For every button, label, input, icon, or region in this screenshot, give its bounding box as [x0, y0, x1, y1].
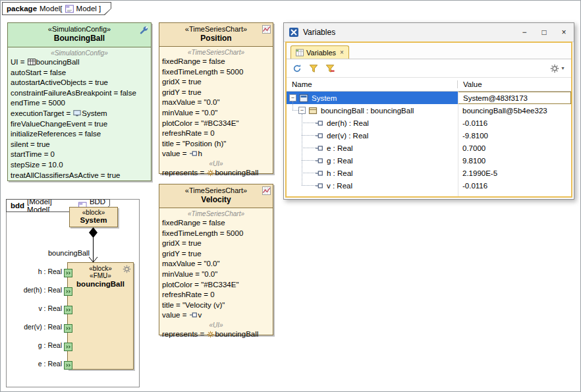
- variable-name: h : Real: [327, 169, 353, 177]
- port-label: der(h) : Real: [12, 286, 62, 294]
- package-name: Model[: [40, 5, 63, 13]
- compartment-stereotype: «TimeSeriesChart»: [162, 210, 270, 218]
- window-titlebar[interactable]: Variables − □ ×: [284, 23, 574, 42]
- table-header-row: Name Value: [287, 78, 571, 92]
- block-name: BouncingBall: [8, 33, 151, 43]
- compartment-stereotype: «SimulationConfig»: [11, 49, 148, 57]
- property-line: minValue = "0.0": [162, 269, 270, 280]
- column-header-name[interactable]: Name: [287, 80, 458, 88]
- minimize-button[interactable]: −: [514, 23, 534, 42]
- property-line: plotColor = "#BC334E": [162, 280, 270, 291]
- property-line: constraintFailureAsBreakpoint = false: [11, 88, 148, 99]
- composition-diamond: [89, 227, 97, 238]
- port-der-h[interactable]: [64, 287, 72, 296]
- value-property-icon: [316, 157, 323, 165]
- refresh-icon[interactable]: [292, 64, 302, 73]
- port-v[interactable]: [64, 306, 72, 314]
- property-line: refreshRate = 0: [162, 290, 270, 300]
- property-line: represents = bouncingBall: [162, 329, 270, 340]
- variable-value-cell[interactable]: -9.8100: [458, 129, 571, 142]
- table-row[interactable]: der(h) : Real -0.0116: [287, 117, 571, 129]
- timeseries-chart-velocity-block[interactable]: «TimeSeriesChart» Velocity «TimeSeriesCh…: [159, 184, 273, 335]
- tree-expander[interactable]: −: [289, 94, 296, 101]
- variable-value-cell[interactable]: 2.1990E-5: [458, 167, 571, 179]
- port-label: der(v) : Real: [12, 323, 62, 331]
- flow-port-icon: [190, 150, 198, 157]
- timeseries-chart-position-block[interactable]: «TimeSeriesChart» Position «TimeSeriesCh…: [159, 22, 273, 174]
- property-line: represents = bouncingBall: [162, 168, 270, 179]
- system-block[interactable]: «block» System: [69, 207, 118, 227]
- diagram-icon: [65, 5, 74, 13]
- variable-value-cell[interactable]: -0.0116: [458, 117, 571, 129]
- tree-line: [302, 148, 316, 148]
- tab-close-icon[interactable]: ×: [340, 49, 344, 56]
- table-row[interactable]: v : Real -0.0116: [287, 179, 571, 192]
- tree-line: [302, 160, 316, 161]
- property-line: gridX = true: [162, 238, 270, 249]
- bouncingball-block[interactable]: «block» «FMU» bouncingBall: [67, 262, 134, 370]
- column-header-value[interactable]: Value: [458, 80, 571, 88]
- variable-value-cell[interactable]: -0.0116: [458, 179, 571, 192]
- tree-line: [302, 173, 316, 173]
- variable-value-cell[interactable]: System@483f3173: [458, 92, 571, 104]
- package-header-tab[interactable]: package Model[ Model ]: [2, 2, 111, 15]
- gear-icon: [550, 64, 559, 73]
- table-row[interactable]: − System System@483f3173: [287, 92, 571, 104]
- property-line: refreshRate = 0: [162, 128, 270, 139]
- simulation-config-header: «SimulationConfig» BouncingBall: [8, 23, 151, 47]
- property-line: title = "Velocity (v)": [162, 300, 270, 311]
- variable-value-cell[interactable]: 9.8100: [458, 154, 571, 167]
- package-keyword: package: [7, 5, 37, 13]
- app-icon: [289, 27, 299, 38]
- table-row[interactable]: g : Real 9.8100: [287, 154, 571, 167]
- property-line: title = "Position (h)": [162, 139, 270, 150]
- maximize-button[interactable]: □: [534, 23, 554, 42]
- port-der-v[interactable]: [64, 324, 72, 333]
- variable-name: der(h) : Real: [327, 119, 369, 127]
- diagram-canvas[interactable]: package Model[ Model ] «SimulationConfig…: [0, 0, 581, 392]
- filter-icon[interactable]: [309, 64, 318, 73]
- property-line: maxValue = "0.0": [162, 259, 270, 269]
- stereotype-label: «SimulationConfig»: [8, 23, 151, 33]
- property-line: endTime = 5000: [11, 98, 148, 109]
- close-button[interactable]: ×: [554, 23, 574, 42]
- property-line: fireValueChangeEvent = true: [11, 119, 148, 130]
- table-row[interactable]: h : Real 2.1990E-5: [287, 167, 571, 179]
- options-menu-button[interactable]: ▼: [550, 64, 565, 73]
- variable-name-cell[interactable]: − bouncingBall : bouncingBall: [287, 104, 458, 117]
- bdd-diagram-frame[interactable]: bdd [Model] Model[ BDD ] «block» System …: [6, 199, 140, 387]
- property-line: silent = true: [11, 140, 148, 150]
- tree-expander[interactable]: −: [298, 107, 306, 114]
- value-property-icon: [316, 144, 323, 152]
- port-e[interactable]: [64, 361, 72, 370]
- tab-label: Variables: [306, 49, 336, 57]
- tab-variables[interactable]: Variables ×: [290, 45, 349, 59]
- variable-value-cell[interactable]: 0.7000: [458, 142, 571, 154]
- port-label: v : Real: [12, 304, 62, 312]
- bdd-keyword: bdd: [11, 202, 24, 210]
- variables-toolbar: ▼: [287, 59, 571, 78]
- variable-value-cell[interactable]: bouncingBall@5b4ee323: [458, 104, 571, 117]
- clear-filter-icon[interactable]: [325, 64, 335, 73]
- table-row[interactable]: − bouncingBall : bouncingBall bouncingBa…: [287, 104, 571, 117]
- port-g[interactable]: [64, 343, 72, 351]
- variables-tree: − System System@483f3173 − bouncingBall …: [287, 92, 571, 196]
- compartment-stereotype: «TimeSeriesChart»: [162, 48, 270, 57]
- value-property-icon: [316, 169, 323, 177]
- block-name: Velocity: [159, 194, 273, 204]
- variable-name: System: [312, 94, 337, 102]
- tree-line: [302, 114, 302, 185]
- variable-name: v : Real: [327, 182, 352, 190]
- tab-strip: Variables ×: [287, 43, 571, 59]
- variables-window[interactable]: Variables − □ × Variables ×: [283, 22, 574, 200]
- stereotype-label: «TimeSeriesChart»: [159, 23, 273, 33]
- table-row[interactable]: der(v) : Real -9.8100: [287, 129, 571, 142]
- variable-name-cell[interactable]: − System: [287, 92, 458, 104]
- port-h[interactable]: [64, 269, 72, 277]
- table-row[interactable]: e : Real 0.7000: [287, 142, 571, 154]
- simulation-config-block[interactable]: «SimulationConfig» BouncingBall «Simulat…: [7, 22, 152, 181]
- property-line: plotColor = "#BC334E": [162, 119, 270, 129]
- chart-icon: [262, 25, 271, 34]
- value-property-icon: [316, 119, 323, 127]
- property-line: gridX = true: [162, 77, 270, 88]
